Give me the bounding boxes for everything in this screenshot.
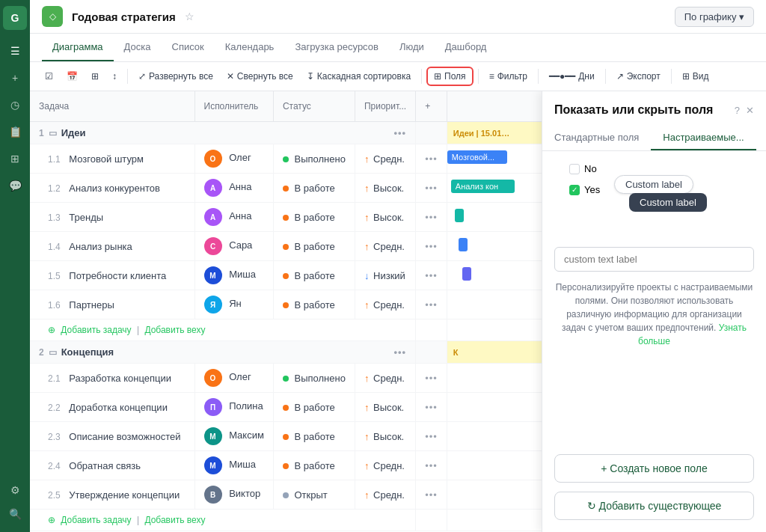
tab-calendar[interactable]: Календарь [215,34,285,61]
group-header-0: 1 ▭ Идеи ••• [30,122,416,144]
task-name: Тренды [69,212,103,223]
add-milestone-link[interactable]: Добавить веху [144,515,205,525]
avatar: В [204,486,222,504]
toolbar: ☑ 📅 ⊞ ↕ ⤢ Развернуть все ✕ Свернуть все … [30,62,766,91]
sidebar-icon-add[interactable]: + [3,66,27,90]
priority-text: Средн. [373,299,405,311]
no-checkbox[interactable] [569,164,580,174]
checkbox-toolbar-btn[interactable]: ☑ [39,68,59,85]
calendar-toolbar-btn[interactable]: 📅 [61,68,84,85]
col-add[interactable]: + [416,91,447,122]
row-dots[interactable]: ••• [425,153,438,165]
task-num: 1.2 [48,183,61,194]
tab-standard-fields[interactable]: Стандартные поля [542,126,651,150]
row-dots-cell: ••• [416,203,447,232]
yes-checkbox[interactable]: ✓ [569,185,580,195]
priority-text: Средн. [373,373,405,384]
priority-arrow: ↑ [364,402,370,413]
fields-button[interactable]: ⊞ Поля [426,67,474,86]
favorite-icon[interactable]: ☆ [185,10,194,22]
status-cell: В работе [273,422,355,451]
tab-diagram[interactable]: Диаграмма [42,34,114,61]
row-dots-cell: ••• [416,290,447,319]
cascade-sort-button[interactable]: ↧ Каскадная сортировка [301,68,417,85]
priority-text: Высок. [373,183,404,194]
priority-text: Высок. [373,402,404,413]
filter-button[interactable]: ≡ Фильтр [483,68,533,85]
custom-label-area: No ✓ Yes Custom label Custom label [554,163,754,238]
task-name: Разработка концепции [69,373,171,384]
sidebar-icon-settings[interactable]: ⚙ [3,478,27,502]
row-dots[interactable]: ••• [425,431,438,442]
priority-arrow: ↓ [364,270,370,281]
add-milestone-link[interactable]: Добавить веху [144,325,205,335]
sort-toolbar-btn[interactable]: ↕ [106,68,123,85]
group-dots-1[interactable]: ••• [393,346,406,358]
add-existing-button[interactable]: ↻ Добавить существующее [554,492,754,520]
row-dots[interactable]: ••• [425,299,438,311]
row-dots[interactable]: ••• [425,489,438,501]
days-slider-btn[interactable]: ━━●━━ Дни [543,68,601,85]
add-task-link[interactable]: Добавить задачу [61,515,131,525]
row-dots[interactable]: ••• [425,270,438,281]
row-dots[interactable]: ••• [425,183,438,194]
panel-help-icon[interactable]: ? [735,105,740,116]
task-name: Обратная связь [69,460,141,471]
task-name-cell: 2.5 Утверждение концепции [30,480,194,510]
add-task-link[interactable]: Добавить задачу [61,325,131,335]
app-logo[interactable]: G [3,6,27,30]
row-dots[interactable]: ••• [425,373,438,384]
priority-text: Средн. [373,460,405,471]
status-cell: В работе [273,232,355,261]
status-dot [283,156,289,162]
priority-cell: ↑ Высок. [355,393,415,422]
task-name-cell: 1.2 Анализ конкурентов [30,174,194,203]
view-button[interactable]: ⊞ Вид [676,68,715,85]
group-num-1: 2 [39,347,44,358]
status-text: В работе [295,402,335,413]
status-text: Выполнено [295,153,346,165]
panel-close-icon[interactable]: ✕ [746,105,754,116]
assignee-name: Олег [229,152,251,163]
status-text: В работе [295,460,335,471]
group-collapse-0[interactable]: ▭ [49,128,57,138]
group-dots-0[interactable]: ••• [393,127,406,138]
assignee-cell: Я Ян [194,290,273,319]
tab-people[interactable]: Люди [389,34,435,61]
row-dots[interactable]: ••• [425,460,438,471]
row-dots-cell: ••• [416,232,447,261]
tab-custom-fields[interactable]: Настраиваемые... [651,126,756,150]
sidebar-icon-chat[interactable]: 💬 [3,174,27,198]
sidebar-icon-clock[interactable]: ◷ [3,93,27,117]
status-text: Открыт [295,489,328,501]
expand-all-button[interactable]: ⤢ Развернуть все [132,68,219,85]
panel-header-icons: ? ✕ [735,105,754,116]
row-dots[interactable]: ••• [425,212,438,223]
schedule-button[interactable]: По графику ▾ [675,7,754,27]
grid-toolbar-btn[interactable]: ⊞ [85,68,105,85]
row-dots[interactable]: ••• [425,402,438,413]
status-cell: В работе [273,393,355,422]
custom-label-input[interactable] [554,247,754,272]
sidebar-icon-menu[interactable]: ☰ [3,39,27,63]
sidebar-icon-search[interactable]: 🔍 [3,502,27,526]
task-num: 1.6 [48,300,61,311]
collapse-all-button[interactable]: ✕ Свернуть все [221,68,299,85]
export-button[interactable]: ↗ Экспорт [610,68,667,85]
group-collapse-1[interactable]: ▭ [49,347,57,358]
sidebar-icon-grid[interactable]: ⊞ [3,147,27,171]
tab-resources[interactable]: Загрузка ресурсов [284,34,389,61]
avatar: С [204,237,222,255]
add-icon: ⊕ [48,515,55,525]
create-field-button[interactable]: + Создать новое поле [554,454,754,483]
header: ◇ Годовая стратегия ☆ По графику ▾ [30,0,766,34]
tab-dashboard[interactable]: Дашборд [435,34,497,61]
status-text: В работе [295,241,335,252]
assignee-cell: В Виктор [194,480,273,510]
priority-cell: ↑ Средн. [355,232,415,261]
sidebar-icon-docs[interactable]: 📋 [3,120,27,144]
tab-board[interactable]: Доска [114,34,162,61]
row-dots[interactable]: ••• [425,241,438,252]
task-name-cell: 1.6 Партнеры [30,290,194,319]
tab-list[interactable]: Список [162,34,215,61]
